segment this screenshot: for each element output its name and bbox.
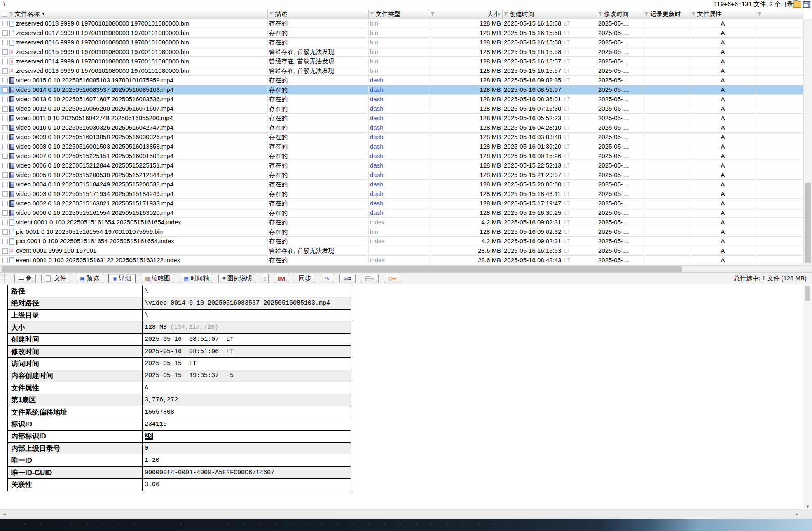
table-row[interactable]: video 0005 0 10 20250515200538 202505152… <box>0 170 803 180</box>
table-row[interactable]: zreserved 0017 9999 0 19700101080000 197… <box>0 28 803 38</box>
details-value[interactable]: \ <box>143 285 351 297</box>
select-all-checkbox[interactable] <box>2 12 7 17</box>
row-checkbox[interactable] <box>2 106 8 112</box>
toolbar-button-file[interactable]: 文件 <box>41 274 70 283</box>
column-header-extra[interactable] <box>756 9 803 19</box>
table-row[interactable]: zreserved 0016 9999 0 19700101080000 197… <box>0 38 803 47</box>
row-checkbox[interactable] <box>2 191 8 197</box>
scroll-right-icon[interactable]: ▸ <box>796 511 798 517</box>
table-row[interactable]: video 0015 0 10 20250516085103 197001010… <box>0 76 803 85</box>
column-header-attr[interactable]: 文件属性 <box>690 9 756 19</box>
row-checkbox[interactable] <box>2 49 8 55</box>
toolbar-button-details[interactable]: ◉详细 <box>108 274 135 283</box>
table-row[interactable]: video 0003 0 10 20250515171934 202505151… <box>0 189 803 199</box>
details-value[interactable]: A <box>143 382 351 394</box>
table-row[interactable]: video 0009 0 10 20250516013858 202505160… <box>0 133 803 142</box>
toolbar-button-search[interactable]: ∞≡ <box>339 274 356 283</box>
hscroll-thumb[interactable] <box>2 266 682 272</box>
filter-funnel-icon[interactable] <box>598 12 603 17</box>
row-checkbox[interactable] <box>2 163 8 168</box>
filter-funnel-icon[interactable] <box>430 12 435 17</box>
table-row[interactable]: pic 0001 0 10 20250515161554 19700101075… <box>0 227 803 237</box>
toolbar-grip[interactable] <box>1 274 5 282</box>
details-value[interactable]: 2025-05-16 08:51:06 LT <box>143 346 351 357</box>
column-header-desc[interactable]: 描述 <box>268 9 369 19</box>
filter-funnel-icon[interactable] <box>757 12 762 17</box>
details-value[interactable]: 1-20 <box>143 454 351 466</box>
details-value[interactable]: 0 <box>143 442 351 454</box>
row-checkbox[interactable] <box>2 239 8 244</box>
table-row[interactable]: video 0006 0 10 20250515212844 202505152… <box>0 161 803 170</box>
filter-funnel-icon[interactable] <box>370 12 375 17</box>
row-checkbox[interactable] <box>2 21 8 26</box>
details-value[interactable]: 3,776,272 <box>143 394 351 406</box>
row-checkbox[interactable] <box>2 258 8 263</box>
row-checkbox[interactable] <box>2 59 8 64</box>
toolbar-button-signature[interactable]: ∿ <box>321 274 334 283</box>
toolbar-button-row-height[interactable]: ↕ <box>262 274 269 283</box>
details-value[interactable]: 15567808 <box>143 406 351 418</box>
details-value[interactable]: 234119 <box>143 418 351 430</box>
scroll-left-icon[interactable]: ◂ <box>3 511 6 517</box>
table-row[interactable]: video 0008 0 10 20250516001503 202505160… <box>0 142 803 151</box>
row-checkbox[interactable] <box>2 210 8 216</box>
column-header-mtime[interactable]: 修改时间 <box>597 9 643 19</box>
table-row[interactable]: event 0001 0 100 20250515163122 20250515… <box>0 256 803 265</box>
row-checkbox[interactable] <box>2 87 8 93</box>
column-header-size[interactable]: 大小 <box>429 9 503 19</box>
details-value[interactable]: 2025-05-16 08:51:07 LT <box>143 334 351 345</box>
toolbar-button-preview[interactable]: ▣预览 <box>76 274 103 283</box>
column-header-rtime[interactable]: 记录更新时 <box>643 9 690 19</box>
table-row[interactable]: video 0013 0 10 20250516071607 202505160… <box>0 95 803 104</box>
filter-funnel-icon[interactable] <box>644 12 649 17</box>
table-row[interactable]: zreserved 0013 9999 0 19700101080000 197… <box>0 66 803 76</box>
table-row[interactable]: video 0004 0 10 20250515184249 202505152… <box>0 180 803 189</box>
row-checkbox[interactable] <box>2 154 8 159</box>
row-checkbox[interactable] <box>2 135 8 140</box>
row-checkbox[interactable] <box>2 144 8 149</box>
toolbar-button-volume[interactable]: ▬卷 <box>14 274 36 283</box>
filter-funnel-icon[interactable] <box>503 12 509 17</box>
toolbar-button-sync[interactable]: 同步 <box>295 274 315 283</box>
filter-funnel-icon[interactable] <box>9 12 14 17</box>
row-checkbox[interactable] <box>2 116 8 121</box>
table-row[interactable]: video 0000 0 10 20250515161554 202505151… <box>0 208 803 218</box>
details-vscrollbar[interactable]: ▾ <box>803 284 812 509</box>
details-value[interactable]: 00000014-0001-4000-A5E2FC00C6714607 <box>143 467 351 478</box>
table-vscrollbar[interactable] <box>803 19 812 265</box>
scroll-down-icon[interactable]: ▾ <box>803 504 812 509</box>
table-hscrollbar[interactable] <box>0 265 812 272</box>
row-checkbox[interactable] <box>2 172 8 178</box>
table-row[interactable]: zreserved 0018 9999 0 19700101080000 197… <box>0 19 803 28</box>
column-header-ctime[interactable]: 创建时间 <box>503 9 597 19</box>
row-checkbox[interactable] <box>2 30 8 36</box>
toolbar-button-position[interactable]: ◇≡ <box>384 274 400 283</box>
table-row[interactable]: zreserved 0015 9999 0 19700101080000 197… <box>0 47 803 57</box>
toolbar-button-thumbnails[interactable]: ▥缩略图 <box>141 274 174 283</box>
table-row[interactable]: video 0014 0 10 20250516083537 202505160… <box>0 85 803 95</box>
details-value[interactable]: \video_0014_0_10_20250516083537_20250516… <box>143 297 351 309</box>
toolbar-button-legend[interactable]: ≡图例说明 <box>218 274 256 283</box>
column-header-name[interactable]: 文件名称▼ <box>0 9 268 19</box>
filter-funnel-icon[interactable] <box>269 12 274 17</box>
table-row[interactable]: video 0007 0 10 20250515225151 202505160… <box>0 151 803 161</box>
save-icon[interactable] <box>803 1 810 8</box>
details-value[interactable]: 3.06 <box>143 479 351 491</box>
details-value[interactable]: 20 <box>143 431 351 442</box>
table-row[interactable]: video 0010 0 10 20250516030326 202505160… <box>0 123 803 133</box>
details-value[interactable]: 2025-05-15 LT <box>143 358 351 369</box>
table-row[interactable]: video 0002 0 10 20250515163021 202505151… <box>0 199 803 208</box>
details-value[interactable]: \ <box>143 310 351 321</box>
toolbar-button-timeline[interactable]: ▦时间轴 <box>180 274 213 283</box>
row-checkbox[interactable] <box>2 201 8 206</box>
table-row[interactable]: event 0001 9999 100 197001曾经存在, 首簇无法发现28… <box>0 246 803 256</box>
toolbar-button-im[interactable]: IM <box>274 274 289 283</box>
table-row[interactable]: videoi 0001 0 100 20250515161654 2025051… <box>0 218 803 227</box>
window-hscrollbar[interactable]: ◂ ▸ <box>0 509 803 519</box>
row-checkbox[interactable] <box>2 97 8 102</box>
row-checkbox[interactable] <box>2 182 8 187</box>
filter-funnel-icon[interactable] <box>691 12 696 17</box>
row-checkbox[interactable] <box>2 220 8 225</box>
row-checkbox[interactable] <box>2 125 8 130</box>
vscroll-thumb[interactable] <box>805 183 811 263</box>
